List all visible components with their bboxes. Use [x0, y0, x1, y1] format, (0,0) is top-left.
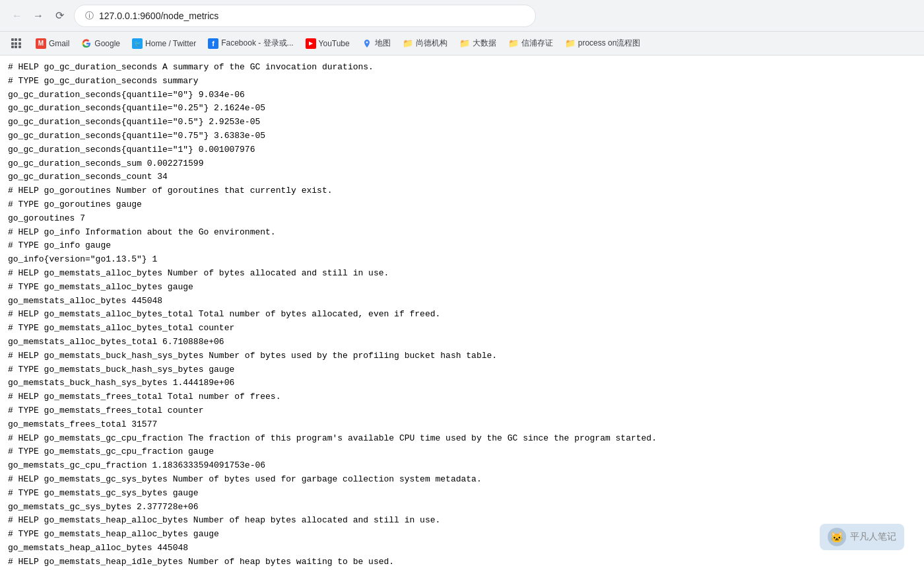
bookmark-youtube[interactable]: ▶ YouTube [300, 36, 355, 52]
bookmark-folder-shangde[interactable]: 📁 尚德机构 [397, 35, 453, 52]
bookmark-folder-bigdata[interactable]: 📁 大数据 [454, 35, 502, 52]
google-favicon [81, 38, 92, 49]
comment-line: # TYPE go_memstats_frees_total counter [8, 406, 203, 415]
comment-line: # TYPE go_memstats_buck_hash_sys_bytes g… [8, 365, 234, 374]
comment-line: # HELP go_gc_duration_seconds A summary … [8, 62, 374, 72]
facebook-favicon: f [208, 38, 218, 49]
comment-line: # TYPE go_memstats_alloc_bytes gauge [8, 282, 193, 292]
comment-line: # TYPE go_goroutines gauge [8, 199, 142, 209]
comment-line: # HELP go_memstats_heap_alloc_bytes Numb… [8, 515, 440, 525]
comment-line: # HELP go_memstats_gc_sys_bytes Number o… [8, 474, 482, 484]
url-text: 127.0.0.1:9600/node_metrics [99, 11, 525, 21]
apps-menu-button[interactable] [5, 36, 29, 52]
metric-line: go_memstats_buck_hash_sys_bytes 1.444189… [8, 378, 234, 388]
gmail-favicon: M [36, 38, 46, 49]
metric-line: go_gc_duration_seconds{quantile="0.75"} … [8, 131, 265, 141]
twitter-favicon: 🐦 [132, 38, 143, 49]
reload-button[interactable]: ⟳ [50, 7, 69, 25]
bookmark-maps-label: 地图 [375, 38, 391, 49]
bookmarks-bar: M Gmail Google 🐦 Home / Twitter f Facebo… [0, 32, 924, 55]
bookmark-folder-xinpu-label: 信浦存证 [521, 38, 553, 49]
bookmark-google-label: Google [94, 39, 120, 48]
bookmark-gmail[interactable]: M Gmail [30, 36, 75, 52]
bookmark-twitter[interactable]: 🐦 Home / Twitter [127, 36, 201, 52]
metric-line: go_gc_duration_seconds_sum 0.002271599 [8, 159, 203, 168]
bookmark-folder-process-label: process on流程图 [578, 38, 641, 49]
bookmark-maps[interactable]: 地图 [356, 35, 396, 52]
maps-favicon [362, 38, 372, 49]
metric-line: go_memstats_gc_sys_bytes 2.377728e+06 [8, 502, 199, 512]
metrics-content: # HELP go_gc_duration_seconds A summary … [0, 55, 924, 570]
back-button[interactable]: ← [8, 7, 26, 25]
security-icon: ⓘ [85, 10, 94, 22]
comment-line: # TYPE go_gc_duration_seconds summary [8, 76, 199, 86]
bookmark-folder-xinpu[interactable]: 📁 信浦存证 [503, 35, 558, 52]
bookmark-folder-bigdata-label: 大数据 [473, 38, 496, 49]
forward-button[interactable]: → [29, 7, 48, 25]
apps-grid-icon [11, 38, 21, 49]
address-bar[interactable]: ⓘ 127.0.0.1:9600/node_metrics [74, 5, 536, 27]
folder-icon-shangde: 📁 [403, 38, 413, 49]
metric-line: go_memstats_heap_alloc_bytes 445048 [8, 543, 188, 553]
metric-line: go_gc_duration_seconds{quantile="0.5"} 2… [8, 117, 260, 127]
comment-line: # HELP go_memstats_buck_hash_sys_bytes N… [8, 351, 497, 361]
metric-line: go_info{version="go1.13.5"} 1 [8, 254, 157, 264]
bookmark-google[interactable]: Google [76, 36, 125, 52]
comment-line: # TYPE go_memstats_heap_alloc_bytes gaug… [8, 529, 219, 539]
bookmark-twitter-label: Home / Twitter [145, 39, 196, 48]
bookmark-folder-shangde-label: 尚德机构 [416, 38, 447, 49]
bookmark-gmail-label: Gmail [49, 39, 69, 48]
metric-line: go_memstats_gc_cpu_fraction 1.1836333594… [8, 460, 265, 470]
comment-line: # HELP go_memstats_heap_idle_bytes Numbe… [8, 557, 394, 567]
browser-toolbar: ← → ⟳ ⓘ 127.0.0.1:9600/node_metrics [0, 0, 924, 32]
metric-line: go_gc_duration_seconds_count 34 [8, 172, 168, 182]
comment-line: # TYPE go_memstats_gc_cpu_fraction gauge [8, 446, 214, 456]
comment-line: # HELP go_memstats_gc_cpu_fraction The f… [8, 433, 657, 443]
folder-icon-xinpu: 📁 [508, 38, 519, 49]
bookmark-facebook[interactable]: f Facebook - 登录或... [203, 35, 298, 52]
comment-line: # HELP go_memstats_alloc_bytes Number of… [8, 268, 389, 278]
metric-line: go_gc_duration_seconds{quantile="0"} 9.0… [8, 90, 245, 100]
comment-line: # TYPE go_info gauge [8, 240, 111, 250]
comment-line: # TYPE go_memstats_alloc_bytes_total cou… [8, 323, 234, 333]
bookmark-folder-process[interactable]: 📁 process on流程图 [560, 35, 646, 52]
metric-line: go_memstats_frees_total 31577 [8, 419, 157, 429]
nav-buttons: ← → ⟳ [8, 7, 69, 25]
comment-line: # HELP go_info Information about the Go … [8, 227, 276, 237]
metric-line: go_gc_duration_seconds{quantile="0.25"} … [8, 103, 265, 113]
comment-line: # HELP go_memstats_frees_total Total num… [8, 392, 280, 402]
comment-line: # TYPE go_memstats_gc_sys_bytes gauge [8, 488, 199, 498]
comment-line: # HELP go_goroutines Number of goroutine… [8, 186, 332, 196]
metric-line: go_goroutines 7 [8, 213, 85, 223]
bookmark-youtube-label: YouTube [319, 39, 350, 48]
metric-line: go_memstats_alloc_bytes 445048 [8, 296, 162, 306]
bookmark-facebook-label: Facebook - 登录或... [221, 38, 293, 49]
youtube-favicon: ▶ [306, 38, 316, 49]
metric-line: go_memstats_alloc_bytes_total 6.710888e+… [8, 337, 224, 347]
folder-icon-bigdata: 📁 [459, 38, 470, 49]
comment-line: # HELP go_memstats_alloc_bytes_total Tot… [8, 309, 440, 319]
folder-icon-process: 📁 [565, 38, 576, 49]
metric-line: go_gc_duration_seconds{quantile="1"} 0.0… [8, 145, 255, 155]
